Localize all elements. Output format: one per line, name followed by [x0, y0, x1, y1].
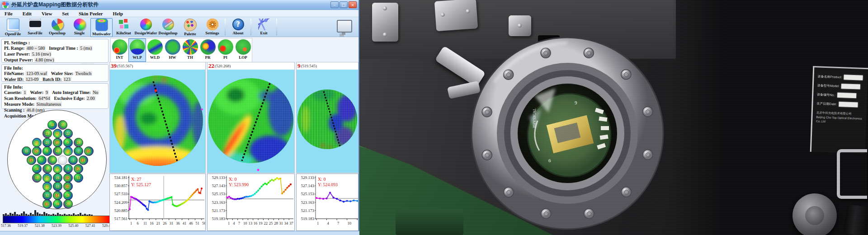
wafer-map-panel-3[interactable]: 9 (519.545)	[296, 62, 359, 173]
tray-wafer-33[interactable]: 33	[74, 173, 83, 183]
menu-set[interactable]: Set	[62, 11, 69, 16]
line-chart-panel-3[interactable]: 529.133527.143525.153523.163521.173519.1…	[296, 174, 359, 231]
mutiwafer-button[interactable]: Mutiwafer	[90, 18, 113, 37]
wafer-heatmap-2[interactable]	[208, 70, 294, 173]
tab-label: PI	[223, 55, 227, 60]
colorbar-tick-label: 521.38	[35, 224, 45, 228]
tray-wafer-40[interactable]: 40	[53, 138, 62, 147]
tray-wafer-12[interactable]: 12	[63, 173, 73, 183]
tray-wafer-26[interactable]: 26	[74, 164, 83, 174]
maximize-button[interactable]: □	[340, 1, 348, 8]
data-point	[188, 198, 189, 200]
single-button[interactable]: Single	[68, 18, 90, 37]
plate-value-box	[844, 75, 863, 80]
tray-wafer-7[interactable]: 7	[37, 155, 47, 165]
tray-wafer-15[interactable]: 15	[42, 182, 52, 191]
tray-wafer-17[interactable]: 17	[42, 173, 52, 183]
tray-wafer-39[interactable]: 39	[53, 129, 62, 138]
wafer-heatmap-1[interactable]	[110, 70, 205, 173]
tray-wafer-6[interactable]: 6	[42, 164, 52, 174]
wafer-9-line-profile-svg[interactable]: 529.133527.143525.153523.163521.173519.1…	[297, 174, 359, 230]
tray-wafer-28[interactable]: 28	[63, 191, 73, 200]
tab-int[interactable]: INT	[111, 38, 128, 62]
tray-wafer-3[interactable]: 3	[68, 155, 78, 165]
tab-lop[interactable]: LOP	[234, 38, 252, 62]
wafer-map-panel-1[interactable]: 39 (535.567)	[109, 62, 206, 173]
data-point	[197, 188, 198, 190]
tray-wafer-8[interactable]: 8	[42, 146, 52, 156]
exit-button[interactable]: Exit	[253, 18, 275, 37]
tray-wafer-36[interactable]: 36	[32, 138, 42, 147]
wafer-map-label-1: 39 (535.567)	[110, 62, 205, 70]
designimp-button[interactable]: DesignImp	[157, 18, 179, 37]
tray-wafer-24[interactable]: 24	[74, 138, 83, 147]
tray-wafer-14[interactable]: 14	[53, 191, 62, 200]
tab-pr[interactable]: PR	[199, 38, 217, 62]
wafer-thumb-icon	[112, 39, 127, 55]
tray-wafer-2[interactable]: 2	[74, 146, 83, 156]
title-bar[interactable]: 外延片炉盘Mapping图数据分析软件 –□×	[0, 0, 359, 10]
data-point	[233, 198, 235, 200]
tray-wafer-20[interactable]: 20	[32, 146, 42, 156]
tray-wafer-32[interactable]: 32	[42, 191, 52, 200]
menu-skin-peeler[interactable]: Skin Peeler	[79, 11, 103, 16]
tray-wafer-13[interactable]: 13	[53, 182, 62, 191]
wafer-heatmap-3[interactable]	[297, 70, 358, 173]
tray-wafer-21[interactable]: 21	[42, 138, 52, 147]
tray-wafer-18[interactable]: 18	[32, 173, 42, 183]
tray-wafer-16[interactable]: 16	[53, 173, 62, 183]
menu-file[interactable]: File	[5, 11, 13, 16]
wheel-icon	[140, 19, 152, 30]
menu-view[interactable]: View	[42, 11, 52, 16]
wafer-map-panel-2[interactable]: 22 (520.268)	[207, 62, 295, 173]
menu-edit[interactable]: Edit	[23, 11, 32, 16]
wafer-39-line-profile-svg[interactable]: 534.181530.857527.533524.209520.885517.5…	[110, 174, 205, 230]
tray-wafer-27[interactable]: 27	[63, 182, 73, 191]
color-scale-ticks: 517.36519.37521.38523.39525.40527.41529.…	[1, 224, 112, 228]
tray-wafer-38[interactable]: 38	[47, 120, 57, 130]
savefile-button[interactable]: SaveFile	[24, 18, 46, 37]
tab-wlp[interactable]: WLP	[128, 38, 146, 62]
tray-wafer-10[interactable]: 10	[63, 146, 73, 156]
tray-wafer-4[interactable]: 4	[63, 164, 73, 174]
openfile-button[interactable]: OpenFile	[2, 18, 24, 37]
measurement-tab-strip: INTWLPWLDHWTHPRPILOP	[110, 38, 252, 62]
kilnstat-button[interactable]: KilnStat	[113, 18, 135, 37]
tray-wafer-22[interactable]: 22	[63, 129, 73, 138]
line-chart-panel-1[interactable]: 534.181530.857527.533524.209520.885517.5…	[109, 174, 206, 231]
tab-th[interactable]: TH	[181, 38, 199, 62]
openimp-button[interactable]: OpenImp	[46, 18, 68, 37]
close-button[interactable]: ×	[349, 1, 357, 8]
wafer-22-line-profile-svg[interactable]: 529.133527.143525.153523.163521.173519.1…	[208, 174, 294, 230]
tab-wld[interactable]: WLD	[146, 38, 164, 62]
data-point	[230, 197, 231, 199]
data-point	[339, 200, 341, 202]
designwafer-button[interactable]: DesignWafer	[135, 18, 157, 37]
x-tick-label: 7	[238, 221, 240, 226]
tray-wafer-41[interactable]: 41	[53, 146, 62, 156]
toolbar-button-label: OpenImp	[49, 31, 66, 35]
tray-wafer-37[interactable]: 37	[58, 120, 67, 130]
x-tick-label: 51	[196, 221, 200, 226]
plate-row: 生产日期Date:	[816, 101, 865, 108]
palette-button[interactable]: Palette	[179, 18, 201, 37]
tray-wafer-34[interactable]: 34	[32, 164, 42, 174]
tray-wafer-1[interactable]: 1	[47, 155, 57, 165]
menu-bar: FileEditViewSetSkin PeelerHelp	[0, 10, 359, 17]
tray-wafer-35[interactable]: 35	[22, 146, 31, 156]
tray-wafer-19[interactable]: 19	[27, 155, 36, 165]
tray-wafer-5[interactable]: 5	[53, 164, 62, 174]
menu-help[interactable]: Help	[113, 11, 123, 16]
tray-wafer-25[interactable]: 25	[84, 146, 94, 156]
minimize-button[interactable]: –	[330, 1, 339, 8]
tray-wafer-11[interactable]: 11	[79, 155, 88, 165]
settings-button[interactable]: Settings	[201, 18, 223, 37]
line-chart-panel-2[interactable]: 529.133527.143525.153523.163521.173519.1…	[207, 174, 295, 231]
tab-hw[interactable]: HW	[164, 38, 181, 62]
about-button[interactable]: ?About	[227, 18, 249, 37]
color-scale-bar[interactable]	[3, 216, 110, 223]
plate-value-box	[839, 102, 858, 107]
tab-pi[interactable]: PI	[217, 38, 234, 62]
tray-wafer-9[interactable]: 9	[63, 138, 73, 147]
tray-wafer-23[interactable]: 23	[42, 129, 52, 138]
